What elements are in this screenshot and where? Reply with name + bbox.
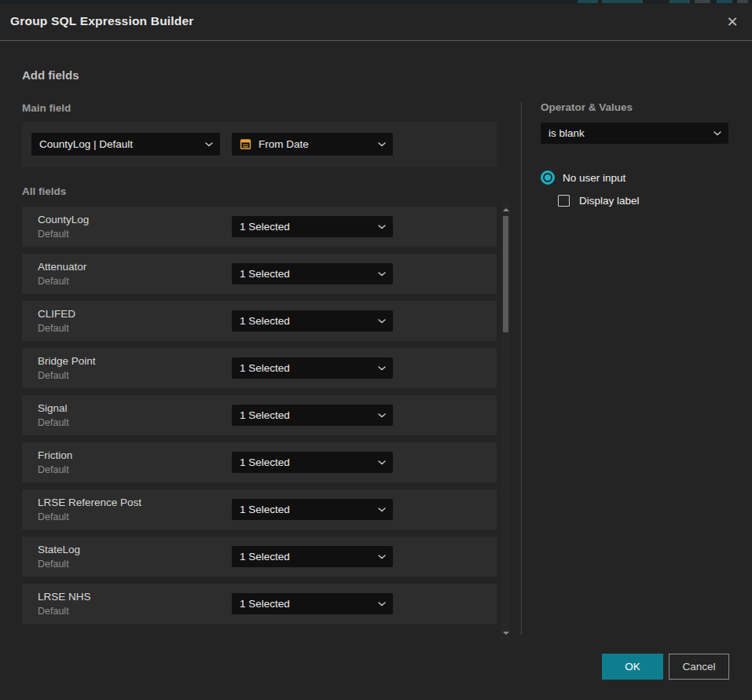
- field-selection-value: 1 Selected: [240, 551, 290, 563]
- operator-dropdown[interactable]: is blank: [541, 123, 728, 144]
- chevron-down-icon: [378, 460, 386, 465]
- background-fragment: [737, 0, 748, 3]
- field-name: LRSE Reference Post: [38, 497, 141, 508]
- chevron-down-icon: [378, 319, 386, 324]
- field-selection-dropdown[interactable]: 1 Selected: [232, 499, 393, 520]
- calendar-icon: [240, 138, 251, 150]
- list-scrollbar[interactable]: [501, 203, 510, 640]
- field-row: CLIFED Default 1 Selected: [22, 301, 497, 341]
- scroll-up-icon[interactable]: [503, 208, 509, 211]
- field-sublabel: Default: [38, 511, 69, 522]
- main-field-source-value: CountyLog | Default: [39, 138, 133, 150]
- field-sublabel: Default: [38, 229, 69, 240]
- no-user-input-radio[interactable]: No user input: [541, 170, 625, 185]
- main-field-field-value: From Date: [259, 138, 309, 150]
- field-selection-dropdown[interactable]: 1 Selected: [232, 310, 393, 332]
- field-selection-dropdown[interactable]: 1 Selected: [232, 216, 393, 237]
- scroll-thumb[interactable]: [503, 216, 508, 332]
- field-row: StateLog Default 1 Selected: [22, 537, 497, 577]
- background-fragment: [695, 0, 710, 3]
- field-row: Attenuator Default 1 Selected: [22, 254, 497, 294]
- chevron-down-icon: [205, 142, 213, 147]
- field-selection-dropdown[interactable]: 1 Selected: [232, 593, 393, 614]
- field-row: Bridge Point Default 1 Selected: [22, 348, 497, 388]
- group-sql-expression-builder-dialog: Group SQL Expression Builder ✕ Add field…: [0, 4, 752, 700]
- field-selection-dropdown[interactable]: 1 Selected: [232, 405, 393, 426]
- field-sublabel: Default: [38, 606, 69, 617]
- heading-add-fields: Add fields: [22, 68, 79, 82]
- chevron-down-icon: [378, 225, 386, 229]
- field-name: Bridge Point: [38, 355, 96, 367]
- field-sublabel: Default: [38, 559, 69, 570]
- field-selection-dropdown[interactable]: 1 Selected: [232, 452, 393, 473]
- main-field-field-dropdown[interactable]: From Date: [232, 133, 393, 156]
- field-name: CLIFED: [38, 308, 75, 320]
- display-label-text: Display label: [579, 195, 640, 207]
- field-name: Signal: [38, 402, 68, 414]
- field-selection-value: 1 Selected: [240, 315, 290, 327]
- chevron-down-icon: [378, 508, 386, 512]
- field-row: LRSE NHS Default 1 Selected: [22, 584, 497, 624]
- chevron-down-icon: [378, 413, 386, 418]
- field-selection-value: 1 Selected: [240, 598, 290, 610]
- panel-divider: [521, 102, 522, 635]
- heading-all-fields: All fields: [22, 185, 66, 197]
- no-user-input-label: No user input: [563, 172, 625, 184]
- close-icon[interactable]: ✕: [723, 13, 742, 31]
- field-sublabel: Default: [38, 370, 69, 381]
- field-sublabel: Default: [38, 464, 69, 475]
- field-selection-value: 1 Selected: [240, 268, 290, 280]
- field-name: Attenuator: [38, 261, 86, 273]
- field-row: LRSE Reference Post Default 1 Selected: [22, 489, 497, 530]
- field-sublabel: Default: [38, 323, 69, 334]
- chevron-down-icon: [378, 366, 386, 371]
- dialog-title: Group SQL Expression Builder: [10, 14, 194, 28]
- field-selection-value: 1 Selected: [240, 409, 290, 421]
- field-row: CountyLog Default 1 Selected: [22, 207, 497, 247]
- main-field-panel: CountyLog | Default From Date: [22, 122, 497, 167]
- chevron-down-icon: [378, 555, 386, 559]
- chevron-down-icon: [713, 131, 721, 136]
- screen: Group SQL Expression Builder ✕ Add field…: [0, 0, 752, 700]
- field-selection-value: 1 Selected: [240, 504, 290, 515]
- background-fragment: [578, 0, 598, 3]
- cancel-button[interactable]: Cancel: [669, 654, 729, 680]
- operator-value: is blank: [548, 127, 585, 139]
- dialog-titlebar: Group SQL Expression Builder ✕: [0, 4, 752, 41]
- field-name: StateLog: [38, 544, 80, 555]
- field-row: Friction Default 1 Selected: [22, 442, 497, 482]
- field-row: Signal Default 1 Selected: [22, 395, 497, 435]
- field-name: Friction: [38, 449, 72, 461]
- field-name: LRSE NHS: [38, 591, 91, 603]
- background-fragment: [717, 0, 732, 3]
- field-selection-dropdown[interactable]: 1 Selected: [232, 263, 393, 284]
- main-field-source-dropdown[interactable]: CountyLog | Default: [31, 133, 220, 156]
- all-fields-list: CountyLog Default 1 Selected Attenuator …: [22, 207, 497, 631]
- chevron-down-icon: [378, 602, 386, 607]
- field-name: CountyLog: [38, 214, 89, 225]
- background-fragment: [602, 0, 643, 3]
- chevron-down-icon: [378, 272, 386, 277]
- field-sublabel: Default: [38, 276, 69, 287]
- field-selection-value: 1 Selected: [240, 362, 290, 374]
- field-selection-dropdown[interactable]: 1 Selected: [232, 546, 393, 567]
- heading-main-field: Main field: [22, 102, 71, 114]
- field-selection-value: 1 Selected: [240, 456, 290, 468]
- field-selection-dropdown[interactable]: 1 Selected: [232, 357, 393, 379]
- background-fragment: [669, 0, 690, 3]
- field-selection-value: 1 Selected: [240, 221, 290, 233]
- field-sublabel: Default: [38, 417, 69, 428]
- chevron-down-icon: [378, 142, 386, 147]
- display-label-checkbox[interactable]: Display label: [558, 195, 640, 207]
- heading-operator-values: Operator & Values: [541, 101, 633, 113]
- checkbox-unchecked-icon: [558, 195, 570, 207]
- scroll-down-icon[interactable]: [503, 632, 509, 635]
- ok-button[interactable]: OK: [602, 654, 663, 680]
- radio-selected-icon: [541, 170, 555, 185]
